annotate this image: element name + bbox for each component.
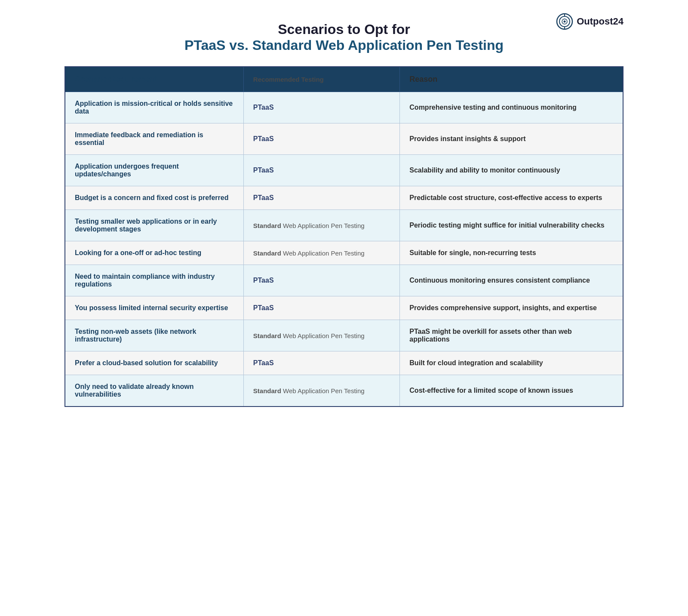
table-row: Immediate feedback and remediation is es… bbox=[65, 123, 623, 155]
cell-testing: PTaaS bbox=[243, 351, 399, 375]
svg-point-3 bbox=[564, 21, 566, 23]
title-line2: PTaaS vs. Standard Web Application Pen T… bbox=[64, 37, 624, 53]
cell-scenario: Application undergoes frequent updates/c… bbox=[65, 155, 243, 186]
logo-text: Outpost24 bbox=[577, 16, 624, 27]
cell-reason: Comprehensive testing and continuous mon… bbox=[400, 92, 623, 123]
cell-testing: PTaaS bbox=[243, 296, 399, 320]
header-testing: Recommended Testing bbox=[243, 67, 399, 92]
cell-reason: Built for cloud integration and scalabil… bbox=[400, 351, 623, 375]
cell-testing: PTaaS bbox=[243, 265, 399, 296]
table-row: Need to maintain compliance with industr… bbox=[65, 265, 623, 296]
cell-scenario: Testing smaller web applications or in e… bbox=[65, 210, 243, 241]
table-row: Application is mission-critical or holds… bbox=[65, 92, 623, 123]
cell-testing: PTaaS bbox=[243, 92, 399, 123]
cell-testing: Standard Web Application Pen Testing bbox=[243, 375, 399, 407]
cell-reason: Provides comprehensive support, insights… bbox=[400, 296, 623, 320]
cell-reason: Periodic testing might suffice for initi… bbox=[400, 210, 623, 241]
cell-scenario: Budget is a concern and fixed cost is pr… bbox=[65, 186, 243, 210]
cell-testing: PTaaS bbox=[243, 123, 399, 155]
cell-reason: Provides instant insights & support bbox=[400, 123, 623, 155]
table-row: Prefer a cloud-based solution for scalab… bbox=[65, 351, 623, 375]
outpost24-logo-icon bbox=[556, 13, 573, 30]
logo-area: Outpost24 bbox=[556, 13, 624, 30]
table-row: Only need to validate already known vuln… bbox=[65, 375, 623, 407]
table-row: Testing smaller web applications or in e… bbox=[65, 210, 623, 241]
cell-testing: Standard Web Application Pen Testing bbox=[243, 320, 399, 351]
table-row: You possess limited internal security ex… bbox=[65, 296, 623, 320]
cell-scenario: You possess limited internal security ex… bbox=[65, 296, 243, 320]
title-area: Scenarios to Opt for PTaaS vs. Standard … bbox=[64, 13, 624, 66]
cell-testing: PTaaS bbox=[243, 155, 399, 186]
page-wrapper: Outpost24 Scenarios to Opt for PTaaS vs.… bbox=[64, 13, 624, 407]
cell-testing: PTaaS bbox=[243, 186, 399, 210]
cell-reason: Cost-effective for a limited scope of kn… bbox=[400, 375, 623, 407]
cell-reason: Predictable cost structure, cost-effecti… bbox=[400, 186, 623, 210]
cell-scenario: Prefer a cloud-based solution for scalab… bbox=[65, 351, 243, 375]
table-row: Testing non-web assets (like network inf… bbox=[65, 320, 623, 351]
table-row: Budget is a concern and fixed cost is pr… bbox=[65, 186, 623, 210]
cell-scenario: Testing non-web assets (like network inf… bbox=[65, 320, 243, 351]
cell-reason: Continuous monitoring ensures consistent… bbox=[400, 265, 623, 296]
cell-reason: PTaaS might be overkill for assets other… bbox=[400, 320, 623, 351]
cell-scenario: Immediate feedback and remediation is es… bbox=[65, 123, 243, 155]
cell-scenario: Only need to validate already known vuln… bbox=[65, 375, 243, 407]
header-scenario: Scenario/Requirement bbox=[65, 67, 243, 92]
cell-scenario: Application is mission-critical or holds… bbox=[65, 92, 243, 123]
cell-testing: Standard Web Application Pen Testing bbox=[243, 241, 399, 265]
table-header-row: Scenario/Requirement Recommended Testing… bbox=[65, 67, 623, 92]
title-line1: Scenarios to Opt for bbox=[64, 22, 624, 37]
table-row: Application undergoes frequent updates/c… bbox=[65, 155, 623, 186]
header-reason: Reason bbox=[400, 67, 623, 92]
cell-scenario: Looking for a one-off or ad-hoc testing bbox=[65, 241, 243, 265]
cell-testing: Standard Web Application Pen Testing bbox=[243, 210, 399, 241]
cell-scenario: Need to maintain compliance with industr… bbox=[65, 265, 243, 296]
comparison-table: Scenario/Requirement Recommended Testing… bbox=[64, 66, 624, 407]
cell-reason: Suitable for single, non-recurring tests bbox=[400, 241, 623, 265]
cell-reason: Scalability and ability to monitor conti… bbox=[400, 155, 623, 186]
table-container: Scenario/Requirement Recommended Testing… bbox=[64, 66, 624, 407]
table-row: Looking for a one-off or ad-hoc testingS… bbox=[65, 241, 623, 265]
